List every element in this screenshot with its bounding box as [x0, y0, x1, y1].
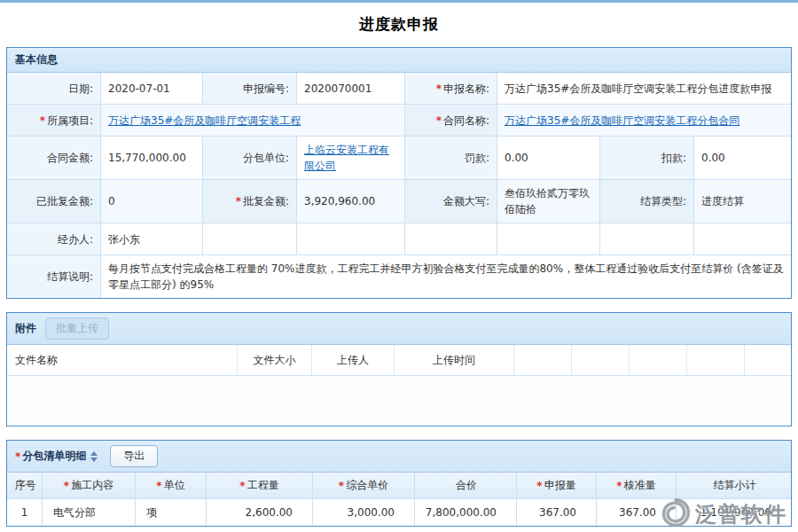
export-button[interactable]: 导出 [110, 445, 158, 467]
deduction-value: 0.00 [694, 137, 791, 180]
approved-value: 3,920,960.00 [297, 180, 405, 223]
cell-unit: 项 [136, 499, 207, 526]
empty-cell [497, 223, 600, 255]
contract-name-value: 万达广场35#会所及咖啡厅空调安装工程分包合同 [497, 105, 791, 137]
cell-quantity: 2,600.00 [207, 499, 313, 526]
penalty-label: 罚款: [405, 137, 497, 180]
amount-words-value: 叁佰玖拾贰万零玖佰陆拾 [497, 180, 600, 223]
cell-declared: 367.00 [517, 499, 597, 526]
basic-info-panel: 基本信息 日期: 2020-07-01 申报编号: 2020070001 *申报… [6, 47, 792, 299]
sort-icon[interactable] [90, 451, 98, 462]
penalty-value: 0.00 [497, 137, 600, 180]
empty-cell [203, 223, 297, 255]
basic-info-title: 基本信息 [15, 52, 58, 67]
sub-unit-link[interactable]: 上临云安装工程有限公司 [304, 142, 397, 174]
detail-panel: * 分包清单明细 导出 序号 *施工内容 *单位 *工程量 *综合单价 合价 *… [6, 440, 792, 527]
page: 进度款申报 基本信息 日期: 2020-07-01 申报编号: 20200700… [0, 3, 798, 532]
attachments-col-filename: 文件名称 [7, 345, 238, 376]
contract-amount-label: 合同金额: [7, 137, 101, 180]
detail-title: 分包清单明细 [22, 449, 86, 464]
attachments-col-uploadtime: 上传时间 [395, 345, 514, 376]
contract-name-label: *合同名称: [405, 105, 497, 137]
attachments-col-filesize: 文件大小 [238, 345, 312, 376]
operator-label: 经办人: [7, 223, 101, 255]
attachments-col-empty [572, 345, 630, 376]
amount-words-label: 金额大写: [405, 180, 497, 223]
cell-content: 电气分部 [43, 499, 136, 526]
attachments-panel: 附件 批量上传 文件名称 文件大小 上传人 上传时间 [6, 312, 792, 426]
cell-approved: 367.00 [597, 499, 677, 526]
attachments-title: 附件 [15, 321, 36, 336]
attachments-col-empty [514, 345, 572, 376]
contract-amount-value: 15,770,000.00 [101, 137, 203, 180]
contract-link[interactable]: 万达广场35#会所及咖啡厅空调安装工程分包合同 [505, 113, 739, 129]
settle-note-value: 每月按节点支付完成合格工程量的 70%进度款，工程完工并经甲方初验合格支付至完成… [101, 255, 791, 298]
detail-col-subtotal: 结算小计 [677, 473, 791, 499]
date-value: 2020-07-01 [101, 73, 203, 105]
attachments-table-header: 文件名称 文件大小 上传人 上传时间 [7, 345, 791, 376]
detail-col-declared: *申报量 [517, 473, 597, 499]
empty-cell [405, 223, 497, 255]
declare-no-value: 2020070001 [297, 73, 405, 105]
settle-note-label: 结算说明: [7, 255, 101, 298]
cell-total-price: 7,800,000.00 [415, 499, 517, 526]
project-link[interactable]: 万达广场35#会所及咖啡厅空调安装工程 [108, 113, 301, 129]
sub-unit-label: 分包单位: [203, 137, 297, 180]
deduction-label: 扣款: [600, 137, 694, 180]
attachments-col-empty [745, 345, 791, 376]
settle-type-value: 进度结算 [694, 180, 791, 223]
attachments-col-uploader: 上传人 [312, 345, 395, 376]
page-title: 进度款申报 [6, 3, 792, 47]
sub-unit-value: 上临云安装工程有限公司 [297, 137, 405, 180]
detail-col-unit: *单位 [136, 473, 207, 499]
attachments-header: 附件 批量上传 [7, 313, 791, 345]
operator-value: 张小东 [101, 223, 203, 255]
detail-header: * 分包清单明细 导出 [7, 441, 791, 473]
detail-col-content: *施工内容 [43, 473, 136, 499]
cell-subtotal: 1,101,000.00 [677, 499, 791, 526]
empty-cell [600, 223, 694, 255]
detail-col-seq: 序号 [7, 473, 43, 499]
approved-done-value: 0 [101, 180, 203, 223]
declare-name-value: 万达广场35#会所及咖啡厅空调安装工程分包进度款申报 [497, 73, 791, 105]
empty-cell [297, 223, 405, 255]
settle-type-label: 结算类型: [600, 180, 694, 223]
detail-table-header: 序号 *施工内容 *单位 *工程量 *综合单价 合价 *申报量 *核准量 结算小… [7, 473, 791, 499]
approved-done-label: 已批复金额: [7, 180, 101, 223]
project-value: 万达广场35#会所及咖啡厅空调安装工程 [101, 105, 405, 137]
attachments-col-empty [630, 345, 687, 376]
cell-unit-price: 3,000.00 [313, 499, 415, 526]
detail-col-approved: *核准量 [597, 473, 677, 499]
detail-col-quantity: *工程量 [207, 473, 313, 499]
declare-no-label: 申报编号: [203, 73, 297, 105]
date-label: 日期: [7, 73, 101, 105]
project-label: *所属项目: [7, 105, 101, 137]
cell-seq: 1 [7, 499, 43, 526]
batch-upload-button[interactable]: 批量上传 [45, 317, 109, 340]
basic-info-header: 基本信息 [7, 48, 791, 73]
declare-name-label: *申报名称: [405, 73, 497, 105]
table-row: 1 电气分部 项 2,600.00 3,000.00 7,800,000.00 … [7, 499, 791, 526]
empty-cell [694, 223, 791, 255]
approved-label: *批复金额: [203, 180, 297, 223]
basic-info-grid: 日期: 2020-07-01 申报编号: 2020070001 *申报名称: 万… [7, 73, 791, 298]
attachments-col-empty [687, 345, 745, 376]
detail-col-total-price: 合价 [415, 473, 517, 499]
detail-col-unit-price: *综合单价 [313, 473, 415, 499]
attachments-empty-area [7, 376, 791, 426]
